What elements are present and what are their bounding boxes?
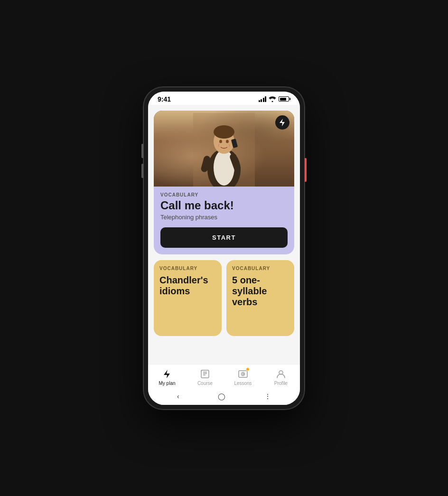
status-icons — [259, 96, 291, 102]
bottom-nav: My plan Course — [148, 364, 300, 389]
gesture-bar: ‹ ◯ ⋮ — [148, 389, 300, 405]
nav-my-plan[interactable]: My plan — [155, 368, 179, 386]
hero-card: VOCABULARY Call me back! Telephoning phr… — [154, 111, 294, 254]
hero-figure — [154, 111, 294, 187]
vocab-card-0[interactable]: VOCABULARY Chandler's idioms — [154, 260, 222, 336]
signal-icon — [259, 96, 267, 102]
svg-point-8 — [219, 140, 222, 143]
main-content: VOCABULARY Call me back! Telephoning phr… — [148, 105, 300, 364]
vocab-card-1[interactable]: VOCABULARY 5 one-syllable verbs — [226, 260, 294, 336]
wifi-icon — [269, 96, 276, 102]
hero-subtitle: Telephoning phrases — [160, 214, 288, 221]
nav-course-label: Course — [197, 381, 213, 386]
svg-point-9 — [226, 140, 229, 143]
card-0-vocab-label: VOCABULARY — [159, 266, 216, 271]
phone-device: 9:41 — [143, 87, 305, 410]
nav-profile-label: Profile — [274, 381, 288, 386]
nav-lessons[interactable]: Lessons — [231, 368, 255, 386]
hero-image — [154, 111, 294, 187]
flash-badge — [275, 115, 289, 130]
lessons-notification-dot — [246, 367, 250, 371]
nav-course[interactable]: Course — [193, 368, 217, 386]
nav-lessons-label: Lessons — [234, 381, 252, 386]
phone-screen: 9:41 — [148, 92, 300, 405]
profile-nav-icon — [275, 368, 287, 380]
hero-vocab-label: VOCABULARY — [160, 192, 288, 197]
status-bar: 9:41 — [148, 92, 300, 105]
home-gesture[interactable]: ◯ — [218, 393, 225, 400]
book-nav-icon — [199, 368, 211, 380]
lessons-nav-icon — [237, 368, 249, 380]
nav-my-plan-label: My plan — [159, 381, 175, 386]
card-1-title: 5 one-syllable verbs — [232, 275, 289, 308]
flash-nav-icon — [161, 368, 173, 380]
card-1-vocab-label: VOCABULARY — [232, 266, 289, 271]
nav-profile[interactable]: Profile — [269, 368, 293, 386]
svg-point-4 — [214, 125, 234, 139]
start-button[interactable]: START — [160, 227, 288, 248]
svg-rect-10 — [201, 370, 209, 378]
hero-content: VOCABULARY Call me back! Telephoning phr… — [154, 187, 294, 254]
battery-icon — [279, 96, 290, 102]
recents-gesture[interactable]: ⋮ — [264, 393, 271, 400]
status-time: 9:41 — [158, 95, 171, 103]
card-0-title: Chandler's idioms — [159, 275, 216, 297]
back-gesture[interactable]: ‹ — [177, 393, 179, 400]
hero-title: Call me back! — [160, 199, 288, 212]
vocab-cards-row: VOCABULARY Chandler's idioms VOCABULARY … — [154, 260, 294, 336]
